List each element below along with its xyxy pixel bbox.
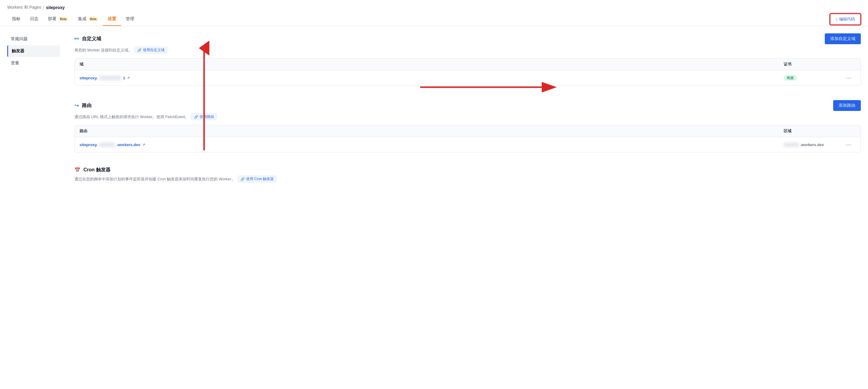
routes-title-row: ↪ 路由 [74,102,92,109]
main-content: ⚯ 自定义域 添加自定义域 将您的 Worker 连接到自定义域。 🔗 使用自定… [67,33,861,197]
routes-title: 路由 [82,103,92,109]
actions-cell: ⋯ [844,74,856,82]
cron-doc-icon: 🔗 [240,177,245,181]
tab-manage[interactable]: 管理 [121,12,139,26]
cron-title: Cron 触发器 [84,167,111,173]
routes-table-header: 路由 区域 [75,126,861,137]
beta-badge-integrations: Beta [88,17,98,21]
custom-domain-table: 域 证书 siteproxy.xxxxxxxxxx1 ↗ 有效 [74,58,861,86]
sidebar-item-general[interactable]: 常规问题 [7,33,60,45]
zone-text: xxxxxxx.workers.dev [784,142,844,147]
col-cert-header: 证书 [784,62,844,67]
routes-desc: 通过路由 URL 模式上触发的请求执行 Worker。使用 FetchEvent… [74,113,861,120]
routes-doc-link[interactable]: 🔗 使用路由 [191,113,217,120]
tab-settings[interactable]: 设置 [103,12,121,26]
edit-code-icon:  [836,17,837,22]
tab-integrations[interactable]: 集成 Beta [73,12,103,26]
col-domain-header: 域 [80,62,784,67]
col-route-actions-header [844,128,856,134]
tab-metrics[interactable]: 指标 [7,12,25,26]
col-route-header: 路由 [80,128,784,134]
cron-title-row: 📅 Cron 触发器 [74,167,111,173]
sidebar-item-variables[interactable]: 变量 [7,57,60,69]
page-layout: 常规问题 触发器 变量 ⚯ 自定义域 添加自定义域 将您的 Worker 连接到… [0,26,868,204]
zone-cell: xxxxxxx.workers.dev [784,142,844,147]
route-cell: siteproxy.xxxxxxx.workers.dev ↗ [80,142,784,147]
tab-deploy[interactable]: 部署 Beta [43,12,73,26]
routes-section: ↪ 路由 添加路由 通过路由 URL 模式上触发的请求执行 Worker。使用 … [74,100,861,152]
custom-domain-icon: ⚯ [74,35,79,42]
custom-domain-title-row: ⚯ 自定义域 [74,35,101,42]
breadcrumb-current: siteproxy [46,5,65,10]
routes-doc-icon: 🔗 [194,115,198,119]
custom-domain-table-header: 域 证书 [75,59,861,71]
sidebar-item-triggers[interactable]: 触发器 [7,46,60,57]
route-external-icon: ↗ [142,143,145,147]
domain-prefix: siteproxy. [80,76,97,80]
edit-code-label: 编辑代码 [839,17,855,22]
breadcrumb-separator: / [43,5,44,10]
custom-domain-header: ⚯ 自定义域 添加自定义域 [74,33,861,44]
domain-suffix: 1 [123,76,125,80]
add-route-button[interactable]: 添加路由 [833,100,861,111]
edit-code-button[interactable]:  编辑代码 [830,13,861,25]
table-row: siteproxy.xxxxxxx.workers.dev ↗ xxxxxxx.… [75,137,861,152]
routes-header: ↪ 路由 添加路由 [74,100,861,111]
table-row: siteproxy.xxxxxxxxxx1 ↗ 有效 ⋯ [75,71,861,85]
custom-domain-title: 自定义域 [82,36,101,42]
add-custom-domain-button[interactable]: 添加自定义域 [825,33,861,44]
custom-domain-doc-link[interactable]: 🔗 使用自定义域 [134,47,167,54]
tab-logs[interactable]: 日志 [25,12,43,26]
custom-domain-section: ⚯ 自定义域 添加自定义域 将您的 Worker 连接到自定义域。 🔗 使用自定… [74,33,861,86]
cron-desc: 通过在您的脚本中添加计划的事件监听器并创建 Cron 触发器来按时间重复执行您的… [74,175,861,183]
cron-doc-link[interactable]: 🔗 使用 Cron 触发器 [238,175,277,183]
route-blurred: xxxxxxx [99,142,115,147]
breadcrumb-parent[interactable]: Workers 和 Pages [7,5,41,10]
domain-cell: siteproxy.xxxxxxxxxx1 ↗ [80,76,784,80]
route-actions-cell: ⋯ [844,141,856,148]
beta-badge-deploy: Beta [58,17,68,21]
domain-link[interactable]: siteproxy.xxxxxxxxxx1 ↗ [80,76,784,80]
domain-more-button[interactable]: ⋯ [844,74,854,82]
routes-table: 路由 区域 siteproxy.xxxxxxx.workers.dev ↗ xx… [74,125,861,152]
cert-cell: 有效 [784,76,844,81]
breadcrumb: Workers 和 Pages / siteproxy [0,0,868,10]
cron-header: 📅 Cron 触发器 [74,167,861,173]
cron-section: 📅 Cron 触发器 通过在您的脚本中添加计划的事件监听器并创建 Cron 触发… [74,167,861,183]
col-actions-header [844,62,856,67]
domain-blurred: xxxxxxxxxx [99,76,121,80]
route-more-button[interactable]: ⋯ [844,141,854,148]
cert-badge: 有效 [784,75,797,81]
route-link[interactable]: siteproxy.xxxxxxx.workers.dev ↗ [80,142,784,147]
sidebar: 常规问题 触发器 变量 [7,33,67,197]
nav-tabs: 指标 日志 部署 Beta 集成 Beta 设置 管理  编辑代码 [0,12,868,26]
external-link-icon: ↗ [127,76,130,80]
route-suffix: .workers.dev [117,142,141,147]
route-prefix: siteproxy. [80,142,97,147]
zone-blurred: xxxxxxx [784,142,799,147]
routes-icon: ↪ [74,102,79,109]
doc-link-icon: 🔗 [137,48,142,52]
cron-icon: 📅 [74,167,81,173]
custom-domain-desc: 将您的 Worker 连接到自定义域。 🔗 使用自定义域 [74,47,861,54]
col-zone-header: 区域 [784,128,844,134]
